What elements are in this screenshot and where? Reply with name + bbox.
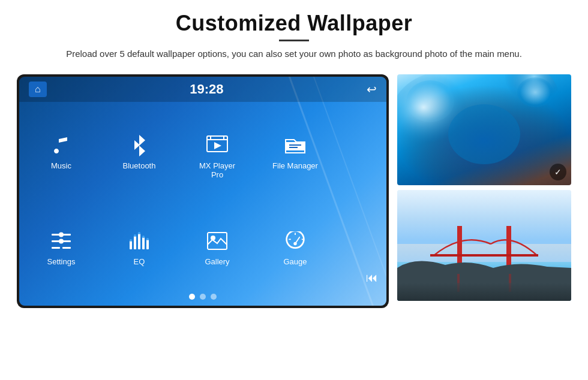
gallery-icon xyxy=(203,227,231,255)
skip-back-button[interactable]: ⏮ xyxy=(366,271,378,285)
top-bar: ⌂ 19:28 ↩ xyxy=(19,77,386,102)
time-display: 19:28 xyxy=(190,82,223,97)
svg-point-35 xyxy=(448,104,520,164)
golden-gate-image xyxy=(397,190,571,301)
app-row-1: Music Bluetooth xyxy=(31,131,374,179)
bluetooth-icon xyxy=(125,131,153,159)
bluetooth-label: Bluetooth xyxy=(123,161,156,170)
app-gallery[interactable]: Gallery xyxy=(193,227,241,266)
dot-2[interactable] xyxy=(200,294,206,300)
wallpaper-thumbnails: ✓ xyxy=(397,74,571,301)
svg-point-31 xyxy=(293,242,296,245)
screen-border: ⌂ 19:28 ↩ Music xyxy=(17,74,389,308)
mx-player-icon xyxy=(203,131,231,159)
page-title: Customized Wallpaper xyxy=(36,11,552,36)
selected-indicator: ✓ xyxy=(550,164,566,180)
app-eq[interactable]: EQ xyxy=(115,227,163,266)
music-label: Music xyxy=(51,161,71,170)
svg-rect-17 xyxy=(138,234,140,249)
app-grid: Music Bluetooth xyxy=(19,102,386,294)
svg-marker-4 xyxy=(214,142,221,149)
svg-rect-42 xyxy=(457,274,460,292)
svg-rect-9 xyxy=(52,240,60,242)
app-mx-player[interactable]: MX Player Pro xyxy=(193,131,241,179)
app-file-manager[interactable]: File Manager xyxy=(271,131,319,179)
eq-icon xyxy=(125,227,153,255)
gauge-icon xyxy=(281,227,309,255)
svg-rect-20 xyxy=(130,239,132,242)
ice-cave-image: ✓ xyxy=(397,74,571,185)
pagination-dots xyxy=(19,294,386,306)
ice-cave-thumbnail[interactable]: ✓ xyxy=(397,74,571,185)
gallery-label: Gallery xyxy=(205,257,229,266)
svg-rect-11 xyxy=(52,247,60,249)
eq-label: EQ xyxy=(134,257,145,266)
svg-rect-18 xyxy=(142,237,145,249)
svg-rect-10 xyxy=(62,240,71,242)
app-gauge[interactable]: Gauge xyxy=(271,227,319,266)
page-header: Customized Wallpaper Preload over 5 defa… xyxy=(0,0,588,67)
file-manager-label: File Manager xyxy=(272,161,318,170)
dot-1[interactable] xyxy=(189,294,195,300)
svg-rect-24 xyxy=(146,238,149,240)
app-music[interactable]: Music xyxy=(37,131,85,179)
settings-label: Settings xyxy=(47,257,76,266)
svg-rect-23 xyxy=(142,236,145,238)
gauge-label: Gauge xyxy=(283,257,307,266)
content-area: ⌂ 19:28 ↩ Music xyxy=(0,67,588,308)
svg-rect-7 xyxy=(52,234,60,236)
svg-rect-22 xyxy=(138,232,140,234)
title-divider xyxy=(279,40,309,41)
settings-icon xyxy=(47,227,75,255)
dot-3[interactable] xyxy=(211,294,217,300)
svg-rect-21 xyxy=(134,234,136,237)
home-button[interactable]: ⌂ xyxy=(29,82,47,97)
file-manager-icon xyxy=(281,131,309,159)
golden-gate-thumbnail[interactable] xyxy=(397,190,571,301)
svg-point-13 xyxy=(59,232,64,237)
svg-point-14 xyxy=(59,239,64,243)
subtitle: Preload over 5 default wallpaper options… xyxy=(48,47,540,61)
app-bluetooth[interactable]: Bluetooth xyxy=(115,131,163,179)
svg-rect-8 xyxy=(62,234,71,236)
app-settings[interactable]: Settings xyxy=(37,227,85,266)
car-screen-wrapper: ⌂ 19:28 ↩ Music xyxy=(17,74,389,308)
svg-rect-12 xyxy=(62,247,71,249)
svg-rect-41 xyxy=(430,254,538,257)
svg-rect-19 xyxy=(146,240,149,249)
svg-rect-43 xyxy=(509,274,511,292)
back-button[interactable]: ↩ xyxy=(367,82,377,96)
svg-rect-15 xyxy=(130,241,132,249)
mx-player-label: MX Player Pro xyxy=(193,161,241,179)
svg-rect-16 xyxy=(134,236,136,249)
music-icon xyxy=(47,131,75,159)
app-row-2: Settings xyxy=(31,227,374,266)
car-screen: ⌂ 19:28 ↩ Music xyxy=(19,77,386,306)
